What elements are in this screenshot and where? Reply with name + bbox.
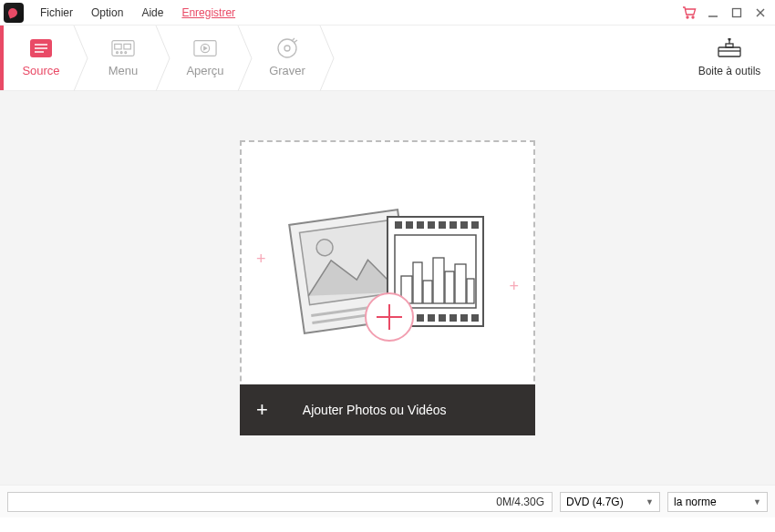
svg-rect-52 xyxy=(413,262,422,303)
main-area: + + xyxy=(0,91,775,485)
svg-rect-53 xyxy=(423,281,432,303)
svg-point-0 xyxy=(687,16,688,18)
minimize-icon[interactable] xyxy=(706,5,720,20)
toolbox-button[interactable]: Boite à outils xyxy=(684,38,775,77)
maximize-icon[interactable] xyxy=(729,5,744,20)
svg-point-1 xyxy=(692,16,694,18)
svg-point-20 xyxy=(284,46,290,51)
svg-rect-3 xyxy=(733,8,741,16)
menu-step-icon xyxy=(111,38,135,58)
svg-rect-45 xyxy=(417,314,424,322)
menu-file[interactable]: Fichier xyxy=(31,6,82,19)
svg-rect-23 xyxy=(718,47,740,56)
add-media-button[interactable]: + Ajouter Photos ou Vidéos xyxy=(240,384,535,435)
svg-rect-54 xyxy=(433,258,444,303)
bottom-bar: 0M/4.30G DVD (4.7G) ▼ la norme ▼ xyxy=(0,485,775,517)
svg-point-27 xyxy=(728,38,730,40)
step-source[interactable]: Source xyxy=(0,26,82,90)
step-menu-label: Menu xyxy=(108,64,139,77)
svg-rect-46 xyxy=(428,314,435,322)
svg-rect-55 xyxy=(445,271,454,303)
plus-icon: + xyxy=(256,398,268,422)
steps-row: Source Menu Aperçu Graver xyxy=(0,26,775,91)
svg-rect-11 xyxy=(115,44,121,49)
svg-rect-57 xyxy=(467,279,474,303)
dropzone-illustration: + + xyxy=(240,140,535,384)
svg-point-13 xyxy=(117,52,119,54)
sparkle-icon: + xyxy=(256,250,266,269)
svg-point-14 xyxy=(120,52,122,54)
step-menu[interactable]: Menu xyxy=(82,26,164,90)
svg-rect-36 xyxy=(406,221,413,229)
svg-rect-39 xyxy=(439,221,446,229)
svg-rect-42 xyxy=(471,221,479,229)
svg-rect-56 xyxy=(455,264,466,303)
chevron-down-icon: ▼ xyxy=(753,497,761,506)
menu-register[interactable]: Enregistrer xyxy=(172,6,244,19)
svg-rect-41 xyxy=(460,221,468,229)
svg-rect-49 xyxy=(460,314,468,322)
svg-rect-50 xyxy=(471,314,479,322)
size-text: 0M/4.30G xyxy=(496,496,544,508)
sparkle-icon: + xyxy=(509,277,519,296)
preview-icon xyxy=(193,38,217,58)
close-icon[interactable] xyxy=(753,5,768,20)
quality-value: la norme xyxy=(674,496,717,508)
dropzone[interactable]: + + xyxy=(240,140,535,435)
step-burn-label: Graver xyxy=(269,64,305,77)
svg-line-21 xyxy=(292,38,294,41)
toolbox-label: Boite à outils xyxy=(698,65,761,77)
svg-rect-35 xyxy=(395,221,402,229)
svg-line-22 xyxy=(294,40,297,43)
menu-help[interactable]: Aide xyxy=(132,6,172,19)
svg-rect-47 xyxy=(439,314,446,322)
size-progress: 0M/4.30G xyxy=(7,492,553,512)
svg-rect-25 xyxy=(726,44,733,47)
svg-point-19 xyxy=(278,39,296,57)
svg-point-15 xyxy=(125,52,127,54)
toolbox-icon xyxy=(717,38,742,61)
add-media-label: Ajouter Photos ou Vidéos xyxy=(303,403,447,417)
step-preview[interactable]: Aperçu xyxy=(164,26,246,90)
titlebar: Fichier Option Aide Enregistrer xyxy=(0,0,775,26)
step-preview-label: Aperçu xyxy=(186,64,223,77)
step-source-label: Source xyxy=(22,64,59,77)
quality-select[interactable]: la norme ▼ xyxy=(667,492,768,512)
app-icon xyxy=(4,3,24,23)
svg-rect-40 xyxy=(450,221,457,229)
cart-icon[interactable] xyxy=(682,5,697,20)
step-burn[interactable]: Graver xyxy=(246,26,328,90)
source-icon xyxy=(29,38,53,58)
chevron-down-icon: ▼ xyxy=(646,497,654,506)
svg-rect-37 xyxy=(417,221,424,229)
burn-icon xyxy=(275,38,299,58)
menu-option[interactable]: Option xyxy=(82,6,132,19)
disc-type-value: DVD (4.7G) xyxy=(566,496,624,508)
svg-rect-38 xyxy=(428,221,435,229)
disc-type-select[interactable]: DVD (4.7G) ▼ xyxy=(560,492,660,512)
svg-rect-48 xyxy=(450,314,457,322)
svg-marker-18 xyxy=(203,46,208,51)
svg-rect-12 xyxy=(124,44,130,49)
